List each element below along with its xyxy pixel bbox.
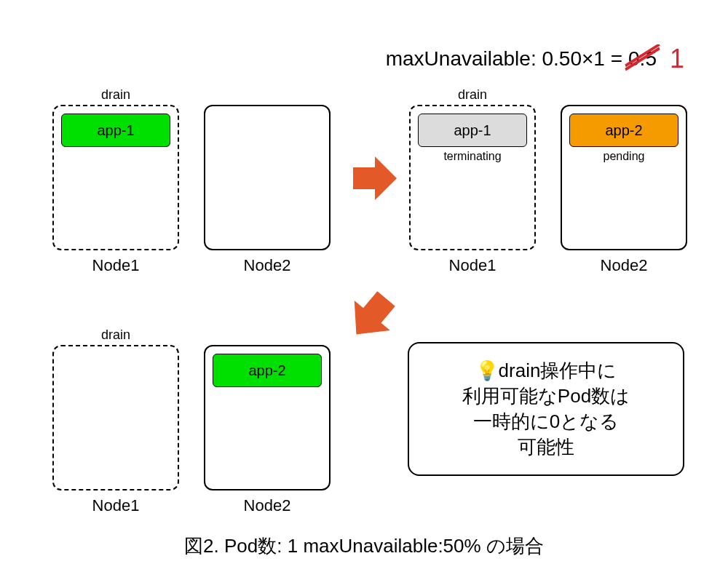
pod-status-terminating: terminating [443, 150, 501, 163]
pod-app1-green: app-1 [61, 114, 170, 147]
pod-status-pending: pending [604, 150, 645, 163]
pod-app2-orange: app-2 [569, 114, 678, 147]
note-line4: 可能性 [518, 436, 574, 458]
row-2: drain Node1 . app-2 Node2 [52, 327, 331, 515]
r1b-node2-col: . app-2 pending Node2 [561, 87, 687, 275]
svg-marker-3 [342, 287, 400, 346]
node-label: Node2 [244, 256, 291, 275]
node-label: Node1 [92, 256, 140, 275]
arrow-down-left-icon [342, 287, 400, 346]
svg-marker-2 [353, 156, 397, 200]
formula-corrected: 1 [670, 44, 684, 74]
lightbulb-icon: 💡 [475, 359, 499, 381]
node-box-dashed: app-1 [52, 105, 179, 250]
formula-struck-wrap: 0.5 [627, 47, 658, 71]
note-line2: 利用可能なPod数は [462, 385, 630, 407]
drain-label: drain [101, 87, 130, 103]
pod-app2-green: app-2 [213, 354, 322, 387]
node-box-dashed [52, 345, 179, 490]
r1-node2-col: . Node2 [204, 87, 331, 275]
formula-struck: 0.5 [628, 47, 657, 70]
drain-label: drain [458, 87, 487, 103]
formula: maxUnavailable: 0.50×1 = 0.5 1 [386, 44, 684, 74]
arrow-right [349, 153, 400, 204]
r1b-node1-col: drain app-1 terminating Node1 [409, 87, 536, 275]
node-box-solid: app-2 [204, 345, 331, 490]
figure-caption: 図2. Pod数: 1 maxUnavailable:50% の場合 [0, 533, 728, 559]
r1-node1-col: drain app-1 Node1 [52, 87, 179, 275]
arrow-right-icon [349, 153, 400, 204]
r2-node2-col: . app-2 Node2 [204, 327, 331, 515]
formula-prefix: maxUnavailable: 0.50×1 = [386, 47, 622, 71]
node-box-dashed: app-1 terminating [409, 105, 536, 250]
node-box-solid [204, 105, 331, 250]
pod-app1-grey: app-1 [418, 114, 527, 147]
node-label: Node2 [244, 496, 291, 515]
node-label: Node1 [449, 256, 496, 275]
node-box-solid: app-2 pending [561, 105, 687, 250]
arrow-down-left [342, 287, 400, 346]
note-line3: 一時的に0となる [473, 410, 619, 432]
r2-node1-col: drain Node1 [52, 327, 179, 515]
drain-label: drain [101, 327, 130, 343]
node-label: Node2 [601, 256, 648, 275]
note-line1: drain操作中に [499, 359, 617, 381]
note-box: 💡drain操作中に 利用可能なPod数は 一時的に0となる 可能性 [408, 342, 684, 476]
node-label: Node1 [92, 496, 140, 515]
